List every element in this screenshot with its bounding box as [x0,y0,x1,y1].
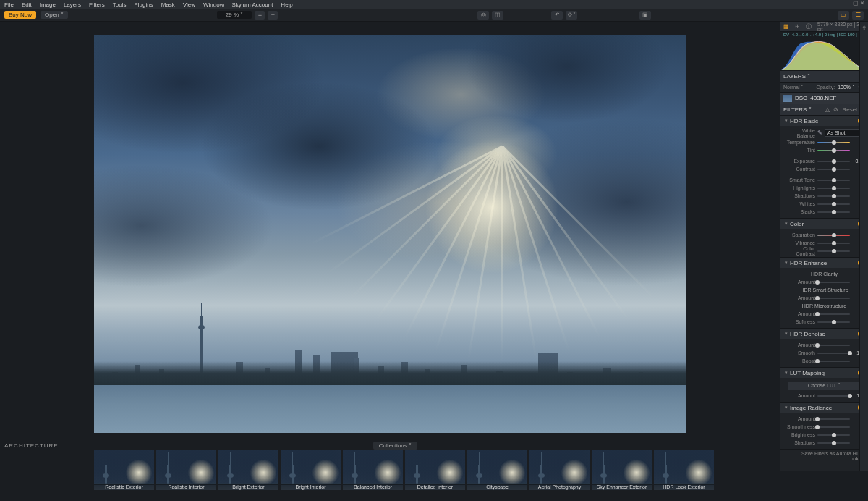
right-dock: ⇪ [859,22,868,471]
history-icon[interactable]: ⟳˅ [566,11,577,20]
crop-icon[interactable]: ▣ [639,11,651,20]
slider-temperature[interactable]: Temperature0 [783,138,865,146]
slider-tint[interactable]: Tint0 [783,146,865,154]
preset-realistic-interior[interactable]: Realistic Interior [156,450,216,490]
menu-mask[interactable]: Mask [161,1,175,8]
filters-header[interactable]: FILTERS ˅ △ ⊚ Reset All [780,104,868,116]
slider-smart-tone[interactable]: Smart Tone0 [783,176,865,184]
opacity-value[interactable]: 100% ˅ [838,85,855,90]
slider-brightness[interactable]: Brightness0 [783,431,865,439]
layer-item[interactable]: DSC_4038.NEF ✎ [780,93,868,104]
preset-aerial-photography[interactable]: Aerial Photography [529,450,590,490]
menu-edit[interactable]: Edit [22,1,32,8]
compare-icon[interactable]: ◫ [492,11,503,20]
menu-help[interactable]: Help [281,1,292,8]
filter-icon-2[interactable]: ⊚ [833,106,838,113]
undo-icon[interactable]: ↶ [551,11,563,20]
color-header[interactable]: Color [780,219,868,229]
lut-header[interactable]: LUT Mapping [780,368,868,378]
open-button[interactable]: Open ˅ [41,11,68,19]
slider-amount[interactable]: Amount100 [783,392,865,400]
window-controls[interactable]: — ▢ ✕ [846,0,865,7]
collapse-icon[interactable]: — [852,73,858,80]
enhance-header[interactable]: HDR Enhance [780,258,868,268]
side-panel: ▦ ⊕ ⓘ 5779 × 3830 px | 32-bit EV -4.0…0.… [780,22,868,471]
menu-view[interactable]: View [183,1,195,8]
layer-name: DSC_4038.NEF [795,95,836,101]
preset-detailed-interior[interactable]: Detailed Interior [405,450,465,490]
slider-amount[interactable]: Amount0 [783,341,865,349]
slider-shadows[interactable]: Shadows0 [783,192,865,200]
slider-exposure[interactable]: Exposure0.00 [783,157,865,165]
denoise-header[interactable]: HDR Denoise [780,329,868,339]
slider-amount[interactable]: Amount0 [783,310,865,318]
slider-boost[interactable]: Boost0 [783,357,865,365]
export-icon[interactable]: ⇪ [861,25,867,32]
menu-plugins[interactable]: Plugins [134,1,153,8]
slider-amount[interactable]: Amount0 [783,278,865,286]
zoom-in-button[interactable]: + [268,11,278,20]
eyedropper-icon[interactable]: ✎ [817,130,822,136]
slider-color-contrast[interactable]: Color Contrast0 [783,247,865,255]
nav-icon[interactable]: ⊕ [795,23,800,30]
menu-filters[interactable]: Filters [89,1,105,8]
preset-bright-interior[interactable]: Bright Interior [281,450,341,490]
preset-realistic-exterior[interactable]: Realistic Exterior [94,450,154,490]
menu-tools[interactable]: Tools [113,1,127,8]
slider-softness[interactable]: Softness50 [783,318,865,326]
layers-header[interactable]: LAYERS ˅ —+ [780,71,868,83]
zoom-out-button[interactable]: − [255,11,265,20]
preset-strip: ARCHITECTURE Collections ˅ Realistic Ext… [0,440,780,490]
menu-image[interactable]: Image [40,1,56,8]
menu-layers[interactable]: Layers [64,1,81,8]
image-dimensions: 5779 × 3830 px | 32-bit [817,22,865,32]
slider-blacks[interactable]: Blacks0 [783,208,865,216]
histogram[interactable] [780,38,868,71]
preview-icon[interactable]: ◎ [477,11,489,20]
panel-toggle-icon[interactable]: ☰ [852,11,864,20]
preset-sky-enhancer-exterior[interactable]: Sky Enhancer Exterior [592,450,652,490]
presets-toggle-icon[interactable]: ▭ [838,11,849,20]
menu-file[interactable]: File [4,1,14,8]
info-icon[interactable]: ⓘ [806,22,812,30]
ev-info: EV -4.0…0.0…+4.0 | 9 img | ISO 100 | 42m… [780,32,868,38]
slider-smooth[interactable]: Smooth100 [783,349,865,357]
menubar: FileEditImageLayersFiltersToolsPluginsMa… [0,0,868,9]
preset-cityscape[interactable]: Cityscape [467,450,527,490]
menu-skylum-account[interactable]: Skylum Account [231,1,273,8]
slider-shadows[interactable]: Shadows0 [783,439,865,447]
slider-saturation[interactable]: Saturation0 [783,231,865,239]
slider-amount[interactable]: Amount0 [783,415,865,423]
slider-whites[interactable]: Whites0 [783,200,865,208]
hdr-basic-header[interactable]: HDR Basic [780,116,868,126]
buy-button[interactable]: Buy Now [4,11,36,19]
radiance-header[interactable]: Image Radiance [780,403,868,413]
collections-dropdown[interactable]: Collections ˅ [373,442,417,450]
menu-window[interactable]: Window [203,1,224,8]
layer-thumb [783,95,792,102]
slider-amount[interactable]: Amount0 [783,294,865,302]
slider-highlights[interactable]: Highlights0 [783,184,865,192]
slider-contrast[interactable]: Contrast0 [783,165,865,173]
preset-balanced-interior[interactable]: Balanced Interior [343,450,403,490]
preset-bright-exterior[interactable]: Bright Exterior [218,450,278,490]
zoom-level[interactable]: 29 % ˅ [217,11,252,19]
filter-icon-1[interactable]: △ [825,106,830,113]
toolbar: Buy Now Open ˅ 29 % ˅ − + ◎ ◫ ↶ ⟳˅ ▣ ▭ ☰ [0,9,868,22]
choose-lut-button[interactable]: Choose LUT ˅ [788,382,861,390]
hist-mode-icon[interactable]: ▦ [783,23,789,30]
blend-mode[interactable]: Normal ˆ [783,85,803,90]
preset-category: ARCHITECTURE [4,442,59,449]
slider-smoothness[interactable]: Smoothness0 [783,423,865,431]
preset-hdr-look-exterior[interactable]: HDR Look Exterior [654,450,714,490]
save-look-link[interactable]: Save Filters as Aurora HDR Look… [780,450,868,463]
main-preview[interactable] [94,35,686,433]
